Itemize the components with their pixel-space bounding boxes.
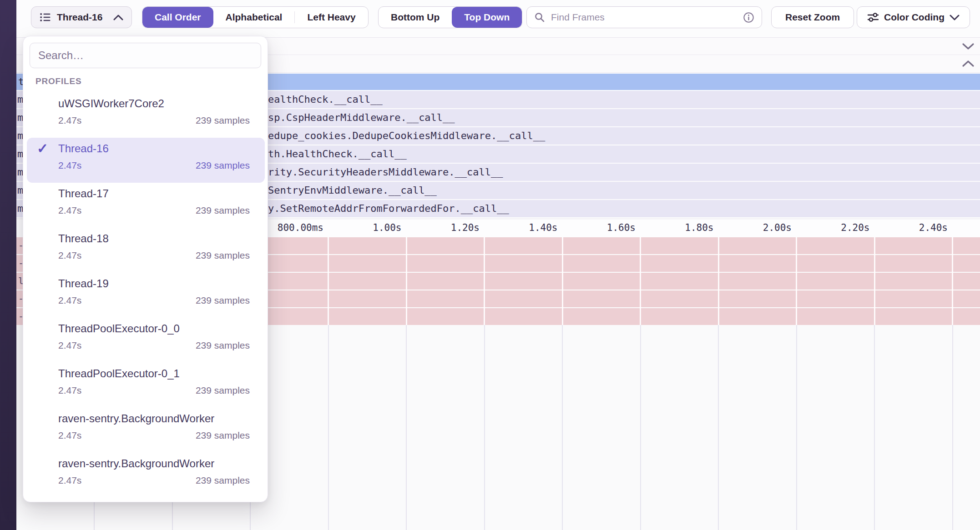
reset-zoom-button[interactable]: Reset Zoom: [771, 6, 854, 28]
profile-samples: 239 samples: [196, 205, 250, 216]
profile-samples: 239 samples: [196, 115, 250, 126]
profile-samples: 239 samples: [196, 250, 250, 261]
profile-samples: 239 samples: [196, 295, 250, 306]
profile-meta: 2.47s239 samples: [58, 295, 250, 306]
profile-duration: 2.47s: [58, 340, 81, 351]
profile-option[interactable]: raven-sentry.BackgroundWorker2.47s239 sa…: [27, 408, 265, 453]
profile-meta: 2.47s239 samples: [58, 430, 250, 441]
thread-selector-label: Thread-16: [57, 12, 102, 23]
profile-selector-dropdown: PROFILES uWSGIWorker7Core22.47s239 sampl…: [23, 36, 268, 502]
profile-name: raven-sentry.BackgroundWorker: [58, 412, 214, 425]
profile-list: uWSGIWorker7Core22.47s239 samples✓Thread…: [23, 93, 268, 499]
list-icon: [40, 11, 51, 23]
profile-name: ThreadPoolExecutor-0_1: [58, 367, 180, 380]
profile-option[interactable]: Thread-192.47s239 samples: [27, 273, 265, 318]
profiler-flamegraph-screen: t mealthCheck.__call__msp.CspHeaderMiddl…: [0, 0, 980, 530]
profile-name: Thread-17: [58, 187, 109, 200]
profile-duration: 2.47s: [58, 205, 81, 216]
time-gridline: [952, 237, 953, 325]
profile-samples: 239 samples: [196, 340, 250, 351]
profile-search-input[interactable]: [37, 49, 253, 62]
time-gridline: [874, 325, 875, 530]
profile-name: raven-sentry.BackgroundWorker: [58, 457, 214, 470]
axis-tick-label: 2.40s: [919, 219, 948, 237]
profile-name: Thread-19: [58, 277, 109, 290]
profile-samples: 239 samples: [196, 475, 250, 486]
sort-option-alphabetical[interactable]: Alphabetical: [213, 7, 295, 28]
chevron-down-icon: [950, 15, 960, 20]
profile-meta: 2.47s239 samples: [58, 115, 250, 126]
frame-label: edupe_cookies.DedupeCookiesMiddleware.__…: [268, 127, 545, 145]
time-gridline: [406, 325, 407, 530]
time-gridline: [718, 325, 719, 530]
profile-meta: 2.47s239 samples: [58, 340, 250, 351]
axis-tick-label: 1.20s: [451, 219, 480, 237]
profile-option[interactable]: ThreadPoolExecutor-0_12.47s239 samples: [27, 363, 265, 408]
time-gridline: [796, 325, 797, 530]
time-gridline: [562, 237, 563, 325]
profile-meta: 2.47s239 samples: [58, 160, 250, 171]
frame-label: sp.CspHeaderMiddleware.__call__: [268, 109, 455, 126]
profile-meta: 2.47s239 samples: [58, 250, 250, 261]
profile-option[interactable]: Thread-172.47s239 samples: [27, 183, 265, 228]
thread-selector-button[interactable]: Thread-16: [31, 6, 132, 28]
time-gridline: [640, 325, 641, 530]
chevron-up-icon: [113, 15, 123, 20]
profile-search-box[interactable]: [30, 43, 261, 68]
frame-label: y.SetRemoteAddrFromForwardedFor.__call__: [268, 200, 509, 217]
sort-order-group: Call OrderAlphabeticalLeft Heavy: [142, 6, 369, 28]
axis-tick-label: 1.60s: [607, 219, 636, 237]
direction-option-bottom-up[interactable]: Bottom Up: [379, 7, 452, 28]
profile-meta: 2.47s239 samples: [58, 385, 250, 396]
time-gridline: [562, 325, 563, 530]
frame-label: rity.SecurityHeadersMiddleware.__call__: [268, 164, 503, 181]
time-gridline: [952, 325, 953, 530]
find-frames-input[interactable]: [550, 11, 738, 23]
profile-name: Thread-16: [58, 142, 109, 155]
profile-name: ThreadPoolExecutor-0_0: [58, 322, 180, 335]
time-gridline: [484, 237, 485, 325]
profile-duration: 2.47s: [58, 475, 81, 486]
profile-meta: 2.47s239 samples: [58, 475, 250, 486]
profile-duration: 2.47s: [58, 160, 81, 171]
profile-meta: 2.47s239 samples: [58, 205, 250, 216]
profile-option[interactable]: Thread-182.47s239 samples: [27, 228, 265, 273]
axis-tick-label: 2.20s: [841, 219, 869, 237]
chevron-up-icon[interactable]: [962, 60, 975, 67]
profile-samples: 239 samples: [196, 430, 250, 441]
color-coding-button[interactable]: Color Coding: [857, 6, 970, 28]
profile-name: Thread-18: [58, 232, 109, 245]
toolbar: Thread-16 Call OrderAlphabeticalLeft Hea…: [16, 0, 980, 38]
frame-label: SentryEnvMiddleware.__call__: [268, 182, 437, 199]
reset-zoom-label: Reset Zoom: [785, 12, 840, 23]
time-gridline: [718, 237, 719, 325]
frame-label: th.HealthCheck.__call__: [268, 145, 407, 163]
profile-option[interactable]: ThreadPoolExecutor-0_02.47s239 samples: [27, 318, 265, 363]
view-direction-group: Bottom UpTop Down: [378, 6, 522, 28]
chevron-down-icon[interactable]: [962, 43, 975, 50]
time-gridline: [328, 325, 329, 530]
profile-duration: 2.47s: [58, 295, 81, 306]
frame-label: ealthCheck.__call__: [268, 91, 383, 108]
profile-samples: 239 samples: [196, 160, 250, 171]
axis-tick-label: 1.40s: [529, 219, 557, 237]
axis-tick-label: 1.80s: [685, 219, 713, 237]
sort-option-call-order[interactable]: Call Order: [142, 7, 213, 28]
color-coding-label: Color Coding: [884, 12, 945, 23]
search-icon: [534, 12, 545, 23]
sort-option-left-heavy[interactable]: Left Heavy: [295, 7, 368, 28]
direction-option-top-down[interactable]: Top Down: [452, 7, 522, 28]
profile-option-selected[interactable]: ✓Thread-162.47s239 samples: [27, 138, 265, 183]
profile-name: uWSGIWorker7Core2: [58, 97, 164, 110]
axis-tick-label: 800.00ms: [278, 219, 323, 237]
axis-tick-label: 1.00s: [373, 219, 401, 237]
profile-option[interactable]: raven-sentry.BackgroundWorker2.47s239 sa…: [27, 453, 265, 498]
time-gridline: [328, 237, 329, 325]
profile-option[interactable]: uWSGIWorker7Core22.47s239 samples: [27, 93, 265, 138]
time-gridline: [874, 237, 875, 325]
time-gridline: [484, 325, 485, 530]
check-icon: ✓: [37, 140, 48, 156]
profile-duration: 2.47s: [58, 385, 81, 396]
find-frames-search[interactable]: [526, 6, 762, 28]
info-icon[interactable]: [743, 12, 754, 23]
